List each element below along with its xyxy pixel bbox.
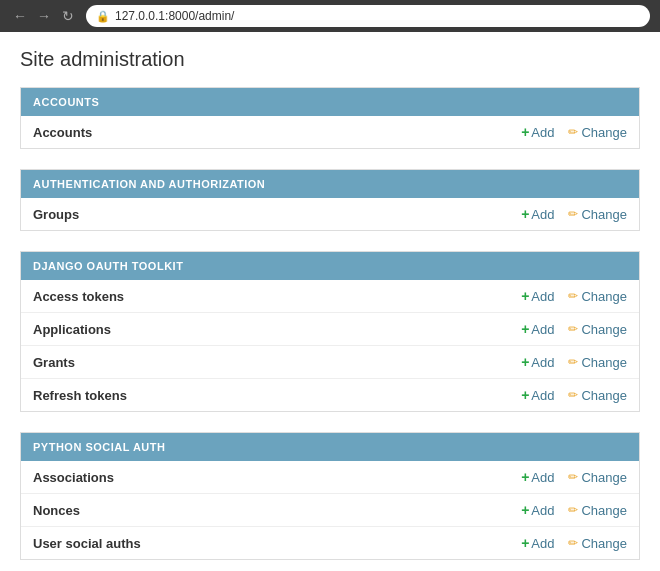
pencil-icon: ✏ [568, 355, 578, 369]
row-actions: + Add✏ Change [521, 502, 627, 518]
add-link[interactable]: + Add [521, 354, 554, 370]
address-bar[interactable]: 🔒 127.0.0.1:8000/admin/ [86, 5, 650, 27]
add-link[interactable]: + Add [521, 288, 554, 304]
section-body-accounts: Accounts+ Add✏ Change [21, 116, 639, 148]
row-label: Grants [33, 355, 75, 370]
add-link[interactable]: + Add [521, 124, 554, 140]
table-row: Associations+ Add✏ Change [21, 461, 639, 494]
change-link[interactable]: ✏ Change [568, 503, 627, 518]
row-label: Access tokens [33, 289, 124, 304]
section-social: PYTHON SOCIAL AUTHAssociations+ Add✏ Cha… [20, 432, 640, 560]
section-header-accounts: ACCOUNTS [21, 88, 639, 116]
change-link[interactable]: ✏ Change [568, 125, 627, 140]
row-label: Applications [33, 322, 111, 337]
pencil-icon: ✏ [568, 125, 578, 139]
pencil-icon: ✏ [568, 322, 578, 336]
page-content: Site administration ACCOUNTSAccounts+ Ad… [0, 32, 660, 571]
section-header-oauth: DJANGO OAUTH TOOLKIT [21, 252, 639, 280]
row-actions: + Add✏ Change [521, 469, 627, 485]
forward-button[interactable]: → [34, 6, 54, 26]
table-row: Access tokens+ Add✏ Change [21, 280, 639, 313]
add-link[interactable]: + Add [521, 535, 554, 551]
add-link[interactable]: + Add [521, 502, 554, 518]
change-link[interactable]: ✏ Change [568, 322, 627, 337]
plus-icon: + [521, 321, 529, 337]
plus-icon: + [521, 387, 529, 403]
row-label: Groups [33, 207, 79, 222]
lock-icon: 🔒 [96, 10, 110, 23]
section-oauth: DJANGO OAUTH TOOLKITAccess tokens+ Add✏ … [20, 251, 640, 412]
change-link[interactable]: ✏ Change [568, 470, 627, 485]
sections-container: ACCOUNTSAccounts+ Add✏ ChangeAUTHENTICAT… [20, 87, 640, 560]
add-link[interactable]: + Add [521, 469, 554, 485]
plus-icon: + [521, 469, 529, 485]
add-link[interactable]: + Add [521, 321, 554, 337]
row-label: Associations [33, 470, 114, 485]
section-body-social: Associations+ Add✏ ChangeNonces+ Add✏ Ch… [21, 461, 639, 559]
table-row: Nonces+ Add✏ Change [21, 494, 639, 527]
section-body-oauth: Access tokens+ Add✏ ChangeApplications+ … [21, 280, 639, 411]
row-label: Refresh tokens [33, 388, 127, 403]
section-header-social: PYTHON SOCIAL AUTH [21, 433, 639, 461]
plus-icon: + [521, 502, 529, 518]
row-actions: + Add✏ Change [521, 288, 627, 304]
pencil-icon: ✏ [568, 470, 578, 484]
row-actions: + Add✏ Change [521, 387, 627, 403]
back-button[interactable]: ← [10, 6, 30, 26]
row-actions: + Add✏ Change [521, 321, 627, 337]
table-row: Applications+ Add✏ Change [21, 313, 639, 346]
row-actions: + Add✏ Change [521, 535, 627, 551]
pencil-icon: ✏ [568, 536, 578, 550]
table-row: User social auths+ Add✏ Change [21, 527, 639, 559]
row-label: Nonces [33, 503, 80, 518]
change-link[interactable]: ✏ Change [568, 355, 627, 370]
change-link[interactable]: ✏ Change [568, 207, 627, 222]
table-row: Grants+ Add✏ Change [21, 346, 639, 379]
pencil-icon: ✏ [568, 503, 578, 517]
plus-icon: + [521, 124, 529, 140]
plus-icon: + [521, 535, 529, 551]
add-link[interactable]: + Add [521, 387, 554, 403]
browser-nav: ← → ↻ [10, 6, 78, 26]
row-label: Accounts [33, 125, 92, 140]
pencil-icon: ✏ [568, 207, 578, 221]
refresh-button[interactable]: ↻ [58, 6, 78, 26]
plus-icon: + [521, 288, 529, 304]
row-label: User social auths [33, 536, 141, 551]
plus-icon: + [521, 206, 529, 222]
section-auth: AUTHENTICATION AND AUTHORIZATIONGroups+ … [20, 169, 640, 231]
plus-icon: + [521, 354, 529, 370]
row-actions: + Add✏ Change [521, 354, 627, 370]
pencil-icon: ✏ [568, 388, 578, 402]
section-header-auth: AUTHENTICATION AND AUTHORIZATION [21, 170, 639, 198]
add-link[interactable]: + Add [521, 206, 554, 222]
table-row: Refresh tokens+ Add✏ Change [21, 379, 639, 411]
section-body-auth: Groups+ Add✏ Change [21, 198, 639, 230]
section-accounts: ACCOUNTSAccounts+ Add✏ Change [20, 87, 640, 149]
change-link[interactable]: ✏ Change [568, 388, 627, 403]
table-row: Groups+ Add✏ Change [21, 198, 639, 230]
browser-toolbar: ← → ↻ 🔒 127.0.0.1:8000/admin/ [0, 0, 660, 32]
page-title: Site administration [20, 48, 640, 71]
row-actions: + Add✏ Change [521, 206, 627, 222]
url-text: 127.0.0.1:8000/admin/ [115, 9, 234, 23]
row-actions: + Add✏ Change [521, 124, 627, 140]
change-link[interactable]: ✏ Change [568, 289, 627, 304]
change-link[interactable]: ✏ Change [568, 536, 627, 551]
table-row: Accounts+ Add✏ Change [21, 116, 639, 148]
pencil-icon: ✏ [568, 289, 578, 303]
